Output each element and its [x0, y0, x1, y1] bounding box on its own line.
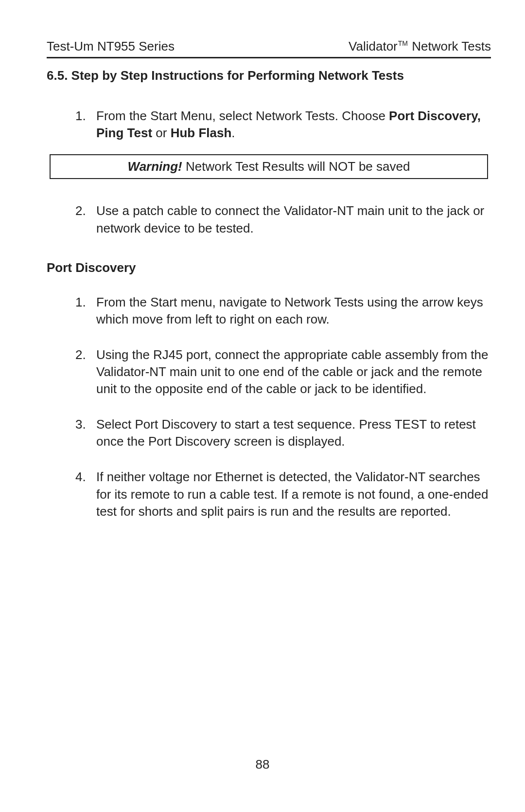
trademark-symbol: TM [398, 39, 408, 47]
intro-step-list: From the Start Menu, select Network Test… [47, 108, 491, 142]
page-header: Test-Um NT955 Series ValidatorTM Network… [47, 38, 491, 58]
pd-step-1: From the Start menu, navigate to Network… [89, 294, 491, 328]
intro-step-list-cont: Use a patch cable to connect the Validat… [47, 202, 491, 236]
header-right-pre: Validator [349, 39, 398, 54]
manual-page: Test-Um NT955 Series ValidatorTM Network… [0, 0, 525, 812]
intro-step-1-bold-2: Hub Flash [171, 126, 232, 140]
intro-step-1-text-e: . [231, 126, 235, 140]
pd-step-2: Using the RJ45 port, connect the appropr… [89, 346, 491, 397]
page-number: 88 [0, 756, 525, 773]
intro-step-1-text-a: From the Start Menu, select Network Test… [96, 108, 389, 123]
pd-step-4: If neither voltage nor Ethernet is detec… [89, 469, 491, 520]
warning-label: Warning! [128, 159, 182, 174]
warning-text: Network Test Results will NOT be saved [182, 159, 410, 174]
port-discovery-heading: Port Discovery [47, 259, 491, 276]
header-right-post: Network Tests [408, 39, 491, 54]
header-right: ValidatorTM Network Tests [349, 38, 491, 55]
pd-step-3: Select Port Discovery to start a test se… [89, 416, 491, 450]
intro-step-2: Use a patch cable to connect the Validat… [89, 202, 491, 236]
warning-box: Warning! Network Test Results will NOT b… [50, 154, 488, 179]
header-left: Test-Um NT955 Series [47, 38, 175, 55]
intro-step-1-text-c: or [152, 126, 171, 140]
section-title: 6.5. Step by Step Instructions for Perfo… [47, 67, 491, 84]
intro-step-1: From the Start Menu, select Network Test… [89, 108, 491, 142]
port-discovery-steps: From the Start menu, navigate to Network… [47, 294, 491, 520]
